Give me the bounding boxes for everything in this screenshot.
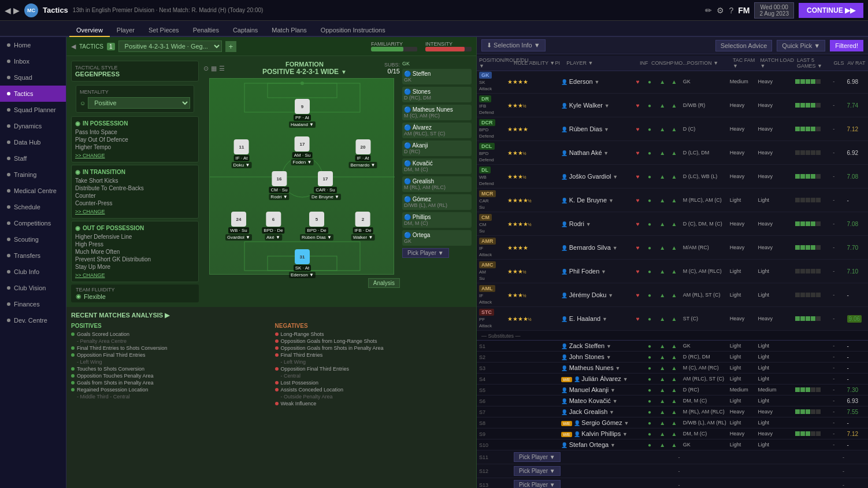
col-last5-header[interactable]: LAST 5 GAMES ▼ [797, 57, 833, 69]
sub-grealish[interactable]: 🔵 Grealish M (RL), AM (RLC) [402, 176, 472, 192]
player-token-dias[interactable]: 5 BPD · De Rúben Dias ▼ [300, 212, 333, 241]
pitch-icon-2[interactable]: ▦ [211, 65, 217, 72]
haaland-dropdown[interactable]: ▼ [602, 316, 607, 322]
sidebar-item-club-info[interactable]: Club Info [0, 264, 66, 280]
sidebar-item-club-vision[interactable]: Club Vision [0, 280, 66, 296]
ederson-dropdown[interactable]: ▼ [594, 79, 599, 85]
gomez-dropdown[interactable]: ▼ [624, 420, 629, 426]
sidebar-item-medical[interactable]: Medical Centre [0, 183, 66, 199]
selection-advice-btn[interactable]: Selection Advice [715, 40, 773, 51]
nunes-dropdown[interactable]: ▼ [615, 365, 621, 371]
sidebar-item-dev-centre[interactable]: Dev. Centre [0, 312, 66, 328]
col-shp-header[interactable]: SHP [663, 60, 674, 66]
quick-pick-btn[interactable]: Quick Pick ▼ [777, 40, 825, 51]
col-pos-type-header[interactable]: POSITION ▼ [687, 60, 733, 66]
tab-player[interactable]: Player [110, 24, 142, 37]
sidebar-item-transfers[interactable]: Transfers [0, 247, 66, 264]
col-matchload-header[interactable]: MATCH LOAD ▼ [761, 57, 797, 69]
mentality-select[interactable]: Positive [88, 97, 190, 109]
phillips-dropdown[interactable]: ▼ [622, 431, 628, 437]
sidebar-item-dynamics[interactable]: Dynamics [0, 118, 66, 134]
player-token-debruyne[interactable]: 17 CAR · Su De Bruyne ▼ [310, 171, 341, 200]
ake-dropdown[interactable]: ▼ [603, 150, 609, 156]
sub-steffen[interactable]: 🔵 Steffen GK [402, 69, 472, 84]
steffen-dropdown[interactable]: ▼ [606, 343, 611, 349]
walker-dropdown[interactable]: ▼ [604, 103, 610, 109]
tab-captains[interactable]: Captains [226, 24, 265, 37]
tab-overview[interactable]: Overview [69, 24, 110, 37]
col-avrat-header[interactable]: AV RAT [847, 60, 866, 66]
sidebar-item-squad[interactable]: Squad [0, 69, 66, 86]
continue-button[interactable]: CONTINUE ▶▶ [799, 3, 863, 18]
pitch-icon-1[interactable]: ⊙ [203, 65, 209, 72]
bernardo-dropdown[interactable]: ▼ [613, 245, 618, 251]
sidebar-item-competitions[interactable]: Competitions [0, 215, 66, 231]
player-token-doku[interactable]: 11 IF · At Doku ▼ [232, 139, 252, 168]
nav-forward[interactable]: ▶ [13, 6, 20, 15]
sub-stones[interactable]: 🔵 Stones D (RC), DM [402, 87, 472, 102]
pick-player-sub[interactable]: Pick Player ▼ [402, 248, 472, 258]
pick-player-btn-s11[interactable]: Pick Player ▼ [514, 452, 561, 462]
sidebar-item-staff[interactable]: Staff [0, 150, 66, 167]
stones-dropdown[interactable]: ▼ [606, 354, 611, 360]
player-token-ederson[interactable]: 31 SK · At Ederson ▼ [289, 249, 316, 278]
pick-player-btn-s13[interactable]: Pick Player ▼ [514, 480, 561, 488]
dias-dropdown[interactable]: ▼ [604, 127, 609, 132]
sidebar-item-squad-planner[interactable]: Squad Planner [0, 102, 66, 118]
alvarez-dropdown[interactable]: ▼ [623, 376, 628, 382]
kovacic-dropdown[interactable]: ▼ [613, 398, 618, 404]
sub-kovacic[interactable]: 🔵 Kovačić DM, M (C) [402, 158, 472, 174]
pencil-icon[interactable]: ✏ [705, 6, 712, 15]
gvardiol-dropdown[interactable]: ▼ [613, 174, 618, 180]
pick-player-btn-s12[interactable]: Pick Player ▼ [514, 466, 561, 476]
sidebar-item-tactics[interactable]: Tactics [0, 86, 66, 102]
foden-dropdown[interactable]: ▼ [601, 269, 606, 275]
col-gls-header[interactable]: GLS [833, 60, 847, 66]
change-oop-link[interactable]: >> CHANGE [75, 272, 105, 278]
pick-player-button[interactable]: Pick Player ▼ [402, 248, 449, 258]
col-player-header[interactable]: PLAYER ▼ [566, 60, 640, 66]
sub-alvarez[interactable]: 🔵 Álvarez AM (RLC), ST (C) [402, 123, 472, 138]
player-token-rodri[interactable]: 16 CM · Su Rodri ▼ [269, 171, 289, 200]
sub-akanji[interactable]: 🔵 Akanji D (RC) [402, 141, 472, 156]
sub-phillips[interactable]: 🔵 Phillips DM, M (C) [402, 212, 472, 228]
col-inf-header[interactable]: INF [640, 60, 651, 66]
nav-back[interactable]: ◀ [5, 6, 11, 15]
sidebar-item-home[interactable]: Home [0, 37, 66, 53]
col-con-header[interactable]: CON [651, 60, 663, 66]
sub-nunes[interactable]: 🔵 Matheus Nunes M (C), AM (RC) [402, 105, 472, 120]
player-token-gvardiol[interactable]: 24 WB · Su Gvardiol ▼ [225, 212, 252, 241]
settings-icon[interactable]: ⚙ [717, 6, 724, 15]
debruyne-dropdown[interactable]: ▼ [609, 198, 614, 204]
player-token-foden[interactable]: 17 AM · Su Foden ▼ [291, 136, 314, 165]
change-transition-link[interactable]: >> CHANGE [75, 209, 105, 215]
formation-select[interactable]: Positive 4-2-3-1 Wide · Geg... [118, 40, 222, 52]
sidebar-item-inbox[interactable]: Inbox [0, 53, 66, 69]
tab-set-pieces[interactable]: Set Pieces [142, 24, 186, 37]
add-tactic-btn[interactable]: + [225, 41, 237, 52]
grealish-dropdown[interactable]: ▼ [609, 409, 614, 415]
sidebar-item-scouting[interactable]: Scouting [0, 231, 66, 247]
akanji-dropdown[interactable]: ▼ [610, 387, 615, 393]
col-mo-header[interactable]: MO... [674, 60, 687, 66]
analysis-btn[interactable]: Analysis [368, 278, 400, 288]
doku-dropdown[interactable]: ▼ [608, 293, 613, 298]
filtered-btn[interactable]: Filtered! [830, 40, 863, 51]
sidebar-item-schedule[interactable]: Schedule [0, 199, 66, 215]
player-token-walker[interactable]: 2 IFB · De Walker ▼ [351, 212, 375, 241]
player-token-haaland[interactable]: 9 PF · At Haaland ▼ [289, 99, 316, 128]
col-position-header[interactable]: POSITION/ROLE/DU... ▼ [479, 57, 514, 69]
rodri-dropdown[interactable]: ▼ [586, 221, 591, 227]
player-token-ake[interactable]: 6 BPD · De Aké ▼ [262, 212, 284, 241]
player-token-bernardo[interactable]: 20 IF · At Bernardo ▼ [348, 139, 377, 168]
col-role-header[interactable]: ROLE ABILITY ▼ [514, 60, 555, 66]
pitch-icon-3[interactable]: ☰ [219, 65, 225, 72]
sub-ortega[interactable]: 🔵 Ortega GK [402, 230, 472, 246]
sub-gomez[interactable]: 🔵 Gómez D/WB (L), AM (RL) [402, 194, 472, 210]
col-pi-header[interactable]: PI [555, 60, 566, 66]
tab-match-plans[interactable]: Match Plans [265, 24, 314, 37]
tab-penalties[interactable]: Penalties [186, 24, 226, 37]
tactics-back-btn[interactable]: ◀ [71, 43, 76, 50]
sidebar-item-training[interactable]: Training [0, 167, 66, 183]
sidebar-item-finances[interactable]: Finances [0, 296, 66, 312]
